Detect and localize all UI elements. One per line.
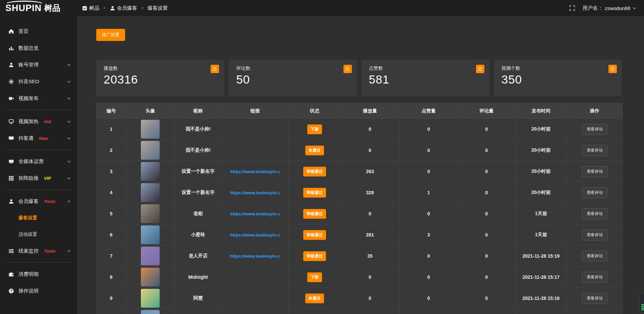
likes-cell: [399, 309, 458, 314]
bar-chart-icon: [8, 45, 14, 51]
video-link[interactable]: https://www.iesdouyin.c: [230, 190, 280, 195]
link-cell: [222, 309, 289, 314]
nickname-cell: 阿慧: [175, 288, 222, 309]
publish-time-cell: 20小时前: [515, 140, 567, 161]
link-cell: https://www.iesdouyin.c: [222, 224, 289, 246]
breadcrumb-separator: >: [141, 6, 144, 10]
link-cell: [222, 140, 289, 161]
avatar-cell: [126, 224, 175, 246]
sidebar-item-badge: Tools: [44, 199, 55, 204]
breadcrumb-item[interactable]: 爆客设置: [148, 5, 168, 11]
avatar: [141, 289, 160, 308]
chevron-up-icon: [67, 199, 71, 204]
action-cell: 查看评论: [567, 246, 623, 267]
sidebar-item-operation-guide[interactable]: ?操作说明: [0, 282, 77, 299]
status-badge: 审核通过: [303, 209, 326, 219]
video-link[interactable]: https://www.iesdouyin.c: [230, 232, 280, 238]
username-value: zswodun88: [605, 5, 630, 11]
row-id-cell: 6: [97, 224, 126, 246]
view-comments-button[interactable]: 查看评论: [582, 293, 607, 304]
wallet-icon: [8, 271, 14, 277]
comments-cell: 0: [458, 119, 515, 140]
comments-cell: 0: [458, 161, 515, 182]
comments-cell: 0: [458, 140, 515, 161]
sidebar: SHUPIN 树品 首页数据总览账号管理抖音SEO视频发布视频加热Hot抖客通N…: [0, 0, 77, 314]
stat-cards-row: 播放数20316总评论数50总点赞数581总视频个数350总: [96, 60, 622, 96]
sidebar-item-douyin-seo[interactable]: 抖音SEO: [0, 73, 77, 90]
sidebar-item-clue-monitor[interactable]: 线索监控Tools: [0, 243, 77, 259]
total-badge: 总: [608, 65, 617, 73]
action-cell: 查看评论: [567, 224, 623, 246]
chevron-down-icon: [67, 96, 71, 101]
avatar-cell: [126, 161, 175, 182]
sidebar-item-home[interactable]: 首页: [0, 23, 77, 40]
publish-time-cell: 2021-11-28 15:19: [515, 246, 567, 267]
sidebar-item-video-publish[interactable]: 视频发布: [0, 90, 77, 107]
sidebar-item-member-baoke[interactable]: 会员爆客Tools: [0, 193, 77, 210]
breadcrumb-item[interactable]: 会员爆客: [110, 5, 137, 11]
status-cell: [289, 309, 341, 314]
nickname-cell: 设置一个新名字: [175, 161, 222, 182]
sidebar-item-label: 抖音SEO: [18, 78, 39, 85]
view-comments-button[interactable]: 查看评论: [582, 187, 607, 198]
status-cell: 未通过: [289, 288, 341, 309]
publish-time-cell: 2021-11-28 15:17: [515, 267, 567, 288]
likes-cell: 0: [399, 267, 458, 288]
column-header: 播放量: [341, 103, 399, 119]
publish-time-cell: 20小时前: [515, 119, 567, 140]
sidebar-subitem-baoke-settings[interactable]: 爆客设置: [0, 210, 77, 226]
status-cell: 审核通过: [289, 203, 341, 224]
sidebar-item-label: 矩阵助推: [18, 175, 39, 181]
sidebar-item-consumption-details[interactable]: 消费明细: [0, 266, 77, 282]
sidebar-item-account-management[interactable]: 账号管理: [0, 56, 77, 73]
publish-time-cell: 20小时前: [515, 161, 567, 182]
row-id-cell: [97, 309, 126, 314]
user-menu[interactable]: 用户名： zswodun88: [583, 5, 637, 11]
total-badge: 总: [343, 65, 352, 73]
publish-time-cell: 1天前: [515, 203, 567, 224]
floating-widget[interactable]: [639, 293, 644, 313]
sidebar-item-video-heating[interactable]: 视频加热Hot: [0, 113, 77, 130]
stat-card-label: 点赞数: [369, 65, 482, 71]
video-link[interactable]: https://www.iesdouyin.c: [230, 211, 280, 216]
sidebar-item-label: 消费明细: [18, 271, 39, 277]
sidebar-item-douketong[interactable]: 抖客通New: [0, 130, 77, 147]
publish-time-cell: 2021-11-28 15:16: [515, 288, 567, 309]
chevron-down-icon: [67, 119, 71, 124]
nickname-cell: 老彬: [175, 203, 222, 224]
sidebar-item-matrix-boost[interactable]: 矩阵助推VIP: [0, 170, 77, 187]
video-link[interactable]: https://www.iesdouyin.c: [230, 254, 280, 259]
plays-cell: 0: [341, 119, 399, 140]
promotion-settings-button[interactable]: 推广设置: [96, 29, 125, 41]
breadcrumb-item[interactable]: 树品: [82, 5, 99, 11]
view-comments-button[interactable]: 查看评论: [582, 272, 607, 283]
sidebar-divider: [5, 110, 72, 110]
row-id-cell: 1: [97, 119, 126, 140]
table-row: [97, 309, 623, 314]
plays-cell: 0: [341, 288, 399, 309]
view-comments-button[interactable]: 查看评论: [582, 145, 607, 156]
likes-cell: 0: [399, 288, 458, 309]
sidebar-item-badge: New: [39, 136, 48, 141]
fullscreen-icon[interactable]: [569, 5, 575, 11]
view-comments-button[interactable]: 查看评论: [582, 229, 607, 241]
view-comments-button[interactable]: 查看评论: [582, 251, 607, 262]
nickname-cell: 我不是小帅!: [175, 140, 222, 161]
sidebar-subitem-activity-settings[interactable]: 活动设置: [0, 226, 77, 243]
breadcrumb-label: 会员爆客: [117, 5, 137, 11]
plays-cell: 263: [341, 161, 399, 182]
column-header: 发布时间: [515, 103, 567, 119]
chevron-down-icon: [67, 80, 71, 84]
view-comments-button[interactable]: 查看评论: [582, 208, 607, 219]
view-comments-button[interactable]: 查看评论: [582, 124, 607, 135]
row-id-cell: 2: [97, 140, 126, 161]
sidebar-item-all-media-operation[interactable]: 全媒体运营: [0, 153, 77, 170]
view-comments-button[interactable]: 查看评论: [582, 166, 607, 177]
breadcrumb: 树品>会员爆客>爆客设置: [82, 5, 168, 11]
video-link[interactable]: https://www.iesdouyin.c: [230, 169, 280, 174]
likes-cell: 0: [399, 246, 458, 267]
sidebar-item-data-overview[interactable]: 数据总览: [0, 40, 77, 56]
sidebar-item-label: 首页: [18, 28, 29, 35]
chevron-down-icon: [67, 249, 71, 253]
brand-logo[interactable]: SHUPIN 树品: [0, 0, 77, 16]
